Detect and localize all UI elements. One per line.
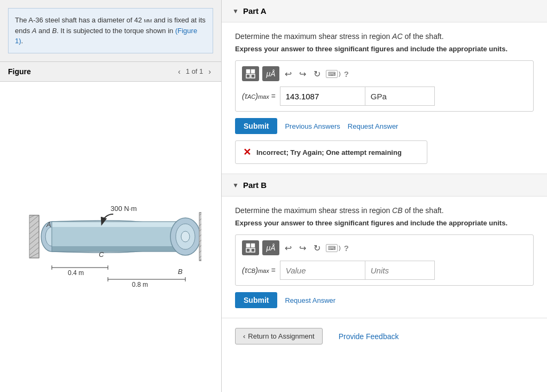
part-b-instruction: Express your answer to three significant… <box>235 219 534 227</box>
part-a-title: Part A <box>243 6 267 15</box>
part-b-submit-button[interactable]: Submit <box>235 292 277 308</box>
grid-icon-button[interactable] <box>242 66 259 81</box>
part-a-answer-row: (τAC)max = <box>242 87 527 106</box>
problem-description: The A-36 steel shaft has a diameter of 4… <box>8 8 213 53</box>
error-message: Incorrect; Try Again; One attempt remain… <box>256 148 402 156</box>
part-a-error-box: ✕ Incorrect; Try Again; One attempt rema… <box>235 140 427 164</box>
svg-rect-55 <box>251 248 255 252</box>
svg-rect-48 <box>246 69 250 73</box>
figure-title: Figure <box>8 67 31 76</box>
provide-feedback-link[interactable]: Provide Feedback <box>339 332 399 341</box>
part-b-title: Part B <box>243 181 267 190</box>
left-panel: The A-36 steel shaft has a diameter of 4… <box>0 0 222 392</box>
part-b-reset-button[interactable]: ↻ <box>311 242 323 254</box>
svg-text:0.8 m: 0.8 m <box>132 281 148 288</box>
part-b-section: ▼ Part B Determine the maximum shear str… <box>222 174 547 318</box>
part-a-submit-button[interactable]: Submit <box>235 118 277 134</box>
svg-text:0.4 m: 0.4 m <box>68 269 84 277</box>
part-a-section: ▼ Part A Determine the maximum shear str… <box>222 0 547 174</box>
part-b-grid-icon-button[interactable] <box>242 240 259 255</box>
svg-rect-53 <box>251 244 255 247</box>
svg-rect-49 <box>251 69 255 73</box>
return-chevron: ‹ <box>243 332 245 340</box>
part-a-previous-answers-link[interactable]: Previous Answers <box>285 122 340 130</box>
part-a-chevron[interactable]: ▼ <box>232 7 239 15</box>
part-b-header: ▼ Part B <box>222 174 547 197</box>
part-b-undo-button[interactable]: ↩ <box>283 242 294 254</box>
part-a-instruction: Express your answer to three significant… <box>235 45 534 53</box>
part-a-label: (τAC)max = <box>242 92 276 100</box>
figure-nav: ‹ 1 of 1 › <box>176 66 213 77</box>
part-a-action-row: Submit Previous Answers Request Answer <box>235 118 534 134</box>
svg-rect-54 <box>246 248 250 252</box>
part-b-value-input[interactable] <box>280 261 365 280</box>
figure-header: Figure ‹ 1 of 1 › <box>0 61 221 82</box>
shaft-diagram: 300 N·m A C B 0.4 m 0.8 m <box>20 183 201 290</box>
part-b-redo-button[interactable]: ↪ <box>297 242 308 254</box>
undo-button[interactable]: ↩ <box>283 68 294 80</box>
part-a-units-input[interactable] <box>365 87 435 106</box>
bottom-bar: ‹ Return to Assignment Provide Feedback <box>222 318 547 354</box>
mu-icon-button[interactable]: μÅ <box>262 66 279 81</box>
figure-section: Figure ‹ 1 of 1 › <box>0 61 221 393</box>
part-b-description: Determine the maximum shear stress in re… <box>235 206 534 215</box>
svg-point-20 <box>181 231 190 242</box>
part-a-value-input[interactable] <box>280 87 365 106</box>
return-label: Return to Assignment <box>248 332 314 340</box>
part-a-header: ▼ Part A <box>222 0 547 22</box>
reset-button[interactable]: ↻ <box>311 68 323 80</box>
part-b-units-input[interactable] <box>365 261 435 280</box>
part-b-mu-icon-button[interactable]: μÅ <box>262 240 279 255</box>
figure-next-button[interactable]: › <box>206 66 213 77</box>
part-a-content: Determine the maximum shear stress in re… <box>222 22 547 174</box>
svg-text:B: B <box>178 268 183 276</box>
svg-text:A: A <box>46 221 51 229</box>
svg-rect-52 <box>246 244 250 247</box>
part-a-toolbar: μÅ ↩ ↪ ↻ ⌨) ? <box>242 66 527 81</box>
part-b-action-row: Submit Request Answer <box>235 292 534 308</box>
part-b-toolbar: μÅ ↩ ↪ ↻ ⌨) ? <box>242 240 527 255</box>
svg-text:C: C <box>99 250 104 258</box>
part-b-help-button[interactable]: ? <box>344 244 349 253</box>
part-b-keyboard-button[interactable]: ⌨) <box>326 244 341 252</box>
figure-prev-button[interactable]: ‹ <box>176 66 183 77</box>
part-b-chevron[interactable]: ▼ <box>232 182 239 189</box>
figure-page: 1 of 1 <box>186 67 204 75</box>
part-a-request-answer-link[interactable]: Request Answer <box>348 122 398 130</box>
part-a-input-box: μÅ ↩ ↪ ↻ ⌨) ? (τAC)max = <box>235 60 534 112</box>
part-b-label: (τCB)max = <box>242 266 276 275</box>
figure-link[interactable]: (Figure 1) <box>15 27 197 45</box>
right-panel: ▼ Part A Determine the maximum shear str… <box>222 0 547 392</box>
svg-rect-51 <box>251 74 255 78</box>
part-b-content: Determine the maximum shear stress in re… <box>222 197 547 318</box>
part-b-input-box: μÅ ↩ ↪ ↻ ⌨) ? (τCB)max = <box>235 234 534 286</box>
figure-canvas: 300 N·m A C B 0.4 m 0.8 m <box>0 82 221 393</box>
return-to-assignment-button[interactable]: ‹ Return to Assignment <box>235 328 323 344</box>
help-button[interactable]: ? <box>344 69 349 79</box>
part-b-request-answer-link[interactable]: Request Answer <box>285 296 335 304</box>
svg-rect-50 <box>246 74 250 78</box>
redo-button[interactable]: ↪ <box>297 68 308 80</box>
error-icon: ✕ <box>243 146 251 158</box>
part-b-answer-row: (τCB)max = <box>242 261 527 280</box>
part-a-description: Determine the maximum shear stress in re… <box>235 32 534 41</box>
svg-text:300 N·m: 300 N·m <box>111 205 137 213</box>
keyboard-button[interactable]: ⌨) <box>326 70 341 78</box>
